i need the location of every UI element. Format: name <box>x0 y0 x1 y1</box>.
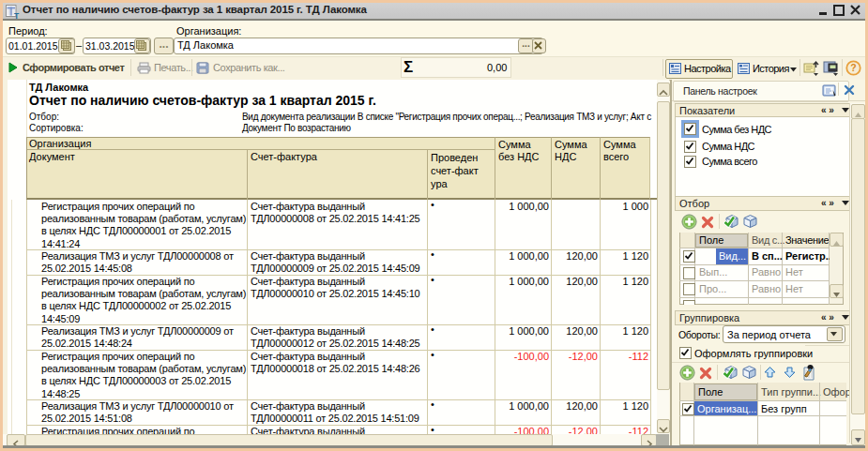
svg-text:?: ? <box>850 62 856 73</box>
svg-text:Т: Т <box>14 11 20 20</box>
